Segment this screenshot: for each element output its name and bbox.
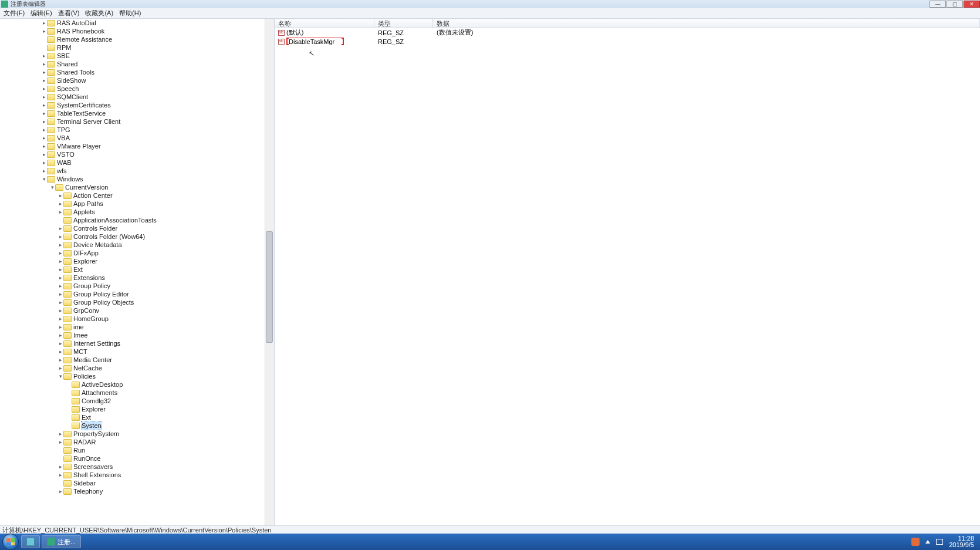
expand-arrow-icon[interactable]: ▸ bbox=[41, 117, 47, 126]
registry-value-row[interactable]: REG_SZ bbox=[275, 37, 980, 46]
expand-arrow-icon[interactable]: ▸ bbox=[41, 158, 47, 167]
column-type[interactable]: 类型 bbox=[374, 19, 433, 28]
expand-arrow-icon[interactable]: ▸ bbox=[58, 241, 63, 249]
tree-item[interactable]: ▸PropertySystem bbox=[0, 430, 274, 438]
column-name[interactable]: 名称 bbox=[275, 19, 374, 28]
expand-arrow-icon[interactable]: ▸ bbox=[58, 430, 63, 438]
tree-item[interactable]: ▸Device Metadata bbox=[0, 241, 274, 249]
registry-value-row[interactable]: (默认)REG_SZ(数值未设置) bbox=[275, 28, 980, 37]
tree-item[interactable]: ▸MCT bbox=[0, 347, 274, 356]
tray-expand-icon[interactable] bbox=[925, 540, 930, 544]
tree-item[interactable]: ▸Controls Folder (Wow64) bbox=[0, 232, 274, 241]
tree-item[interactable]: ▸WAB bbox=[0, 158, 274, 167]
tree-item[interactable]: ▸Comdlg32 bbox=[0, 397, 274, 405]
expand-arrow-icon[interactable]: ▸ bbox=[58, 290, 63, 298]
tree-item[interactable]: ▾Policies bbox=[0, 372, 274, 380]
tree-item[interactable]: ▸Explorer bbox=[0, 405, 274, 413]
expand-arrow-icon[interactable]: ▸ bbox=[58, 208, 63, 216]
tree-item[interactable]: ▸ime bbox=[0, 323, 274, 331]
expand-arrow-icon[interactable]: ▸ bbox=[41, 19, 47, 27]
tree-item[interactable]: ▸SideShow bbox=[0, 76, 274, 85]
expand-arrow-icon[interactable]: ▸ bbox=[58, 347, 63, 356]
expand-arrow-icon[interactable]: ▸ bbox=[58, 282, 63, 290]
tree-item[interactable]: ▸Media Center bbox=[0, 356, 274, 364]
close-button[interactable]: ✕ bbox=[964, 1, 980, 8]
tree-pane[interactable]: ▸RAS AutoDial▸RAS Phonebook▸Remote Assis… bbox=[0, 19, 275, 525]
expand-arrow-icon[interactable]: ▸ bbox=[41, 126, 47, 134]
expand-arrow-icon[interactable]: ▸ bbox=[41, 60, 47, 68]
action-center-icon[interactable] bbox=[936, 539, 943, 545]
list-pane[interactable]: 名称 类型 数据 (默认)REG_SZ(数值未设置)REG_SZ ↖ bbox=[275, 19, 980, 525]
maximize-button[interactable]: ▢ bbox=[947, 1, 963, 8]
expand-arrow-icon[interactable]: ▸ bbox=[58, 315, 63, 323]
expand-arrow-icon[interactable]: ▸ bbox=[41, 68, 47, 76]
menu-file[interactable]: 文件(F) bbox=[4, 9, 25, 18]
tree-item[interactable]: ▸Screensavers bbox=[0, 463, 274, 471]
tree-item[interactable]: ▸Group Policy Editor bbox=[0, 290, 274, 298]
expand-arrow-icon[interactable]: ▸ bbox=[58, 487, 63, 495]
tree-item[interactable]: ▸Extensions bbox=[0, 274, 274, 282]
tree-item[interactable]: ▸HomeGroup bbox=[0, 315, 274, 323]
tree-item[interactable]: ▸GrpConv bbox=[0, 306, 274, 315]
expand-arrow-icon[interactable]: ▸ bbox=[41, 85, 47, 93]
tree-item[interactable]: ▾Windows bbox=[0, 175, 274, 183]
expand-arrow-icon[interactable]: ▸ bbox=[58, 298, 63, 306]
expand-arrow-icon[interactable]: ▸ bbox=[58, 191, 63, 200]
taskbar-item-explorer[interactable] bbox=[21, 535, 40, 548]
tree-item[interactable]: ▸Sidebar bbox=[0, 479, 274, 487]
expand-arrow-icon[interactable]: ▸ bbox=[41, 27, 47, 35]
value-name-edit-box[interactable] bbox=[286, 38, 344, 45]
tree-item[interactable]: ▸RPM bbox=[0, 43, 274, 52]
start-button[interactable] bbox=[2, 534, 19, 550]
tree-item[interactable]: ▸Imee bbox=[0, 331, 274, 339]
expand-arrow-icon[interactable]: ▸ bbox=[41, 142, 47, 150]
tree-item[interactable]: ▸DIFxApp bbox=[0, 249, 274, 257]
expand-arrow-icon[interactable]: ▸ bbox=[58, 200, 63, 208]
expand-arrow-icon[interactable]: ▸ bbox=[58, 265, 63, 274]
tree-item[interactable]: ▸Speech bbox=[0, 85, 274, 93]
expand-arrow-icon[interactable]: ▸ bbox=[58, 471, 63, 479]
tree-item[interactable]: ▸SQMClient bbox=[0, 93, 274, 101]
expand-arrow-icon[interactable]: ▸ bbox=[41, 150, 47, 158]
tree-item[interactable]: ▸RAS Phonebook bbox=[0, 27, 274, 35]
expand-arrow-icon[interactable]: ▸ bbox=[41, 101, 47, 109]
expand-arrow-icon[interactable]: ▸ bbox=[41, 93, 47, 101]
tree-item[interactable]: ▸TPG bbox=[0, 126, 274, 134]
expand-arrow-icon[interactable]: ▸ bbox=[41, 167, 47, 175]
expand-arrow-icon[interactable]: ▸ bbox=[58, 438, 63, 446]
expand-arrow-icon[interactable]: ▸ bbox=[41, 134, 47, 142]
tree-item[interactable]: ▸SBE bbox=[0, 52, 274, 60]
tree-item[interactable]: ▸Explorer bbox=[0, 257, 274, 265]
tree-item[interactable]: ▸Remote Assistance bbox=[0, 35, 274, 43]
expand-arrow-icon[interactable]: ▸ bbox=[58, 463, 63, 471]
expand-arrow-icon[interactable]: ▸ bbox=[41, 52, 47, 60]
tree-item[interactable]: ▸VSTO bbox=[0, 150, 274, 158]
tree-item[interactable]: ▸Run bbox=[0, 446, 274, 454]
tree-item[interactable]: ▸Telephony bbox=[0, 487, 274, 495]
expand-arrow-icon[interactable]: ▾ bbox=[49, 183, 55, 191]
tree-item[interactable]: ▸VMware Player bbox=[0, 142, 274, 150]
tree-item[interactable]: ▸Internet Settings bbox=[0, 339, 274, 347]
expand-arrow-icon[interactable]: ▸ bbox=[58, 257, 63, 265]
expand-arrow-icon[interactable]: ▸ bbox=[58, 224, 63, 232]
expand-arrow-icon[interactable]: ▸ bbox=[58, 364, 63, 372]
menu-edit[interactable]: 编辑(E) bbox=[31, 9, 52, 18]
tree-item[interactable]: ▸Ext bbox=[0, 265, 274, 274]
expand-arrow-icon[interactable]: ▾ bbox=[58, 372, 63, 380]
tree-item[interactable]: ▸App Paths bbox=[0, 200, 274, 208]
tree-item[interactable]: ▸ApplicationAssociationToasts bbox=[0, 216, 274, 224]
ime-icon[interactable] bbox=[911, 538, 920, 546]
tree-item[interactable]: ▸Applets bbox=[0, 208, 274, 216]
expand-arrow-icon[interactable]: ▸ bbox=[58, 356, 63, 364]
tree-item[interactable]: ▸RAS AutoDial bbox=[0, 19, 274, 27]
expand-arrow-icon[interactable]: ▾ bbox=[41, 175, 47, 183]
expand-arrow-icon[interactable]: ▸ bbox=[58, 323, 63, 331]
tree-item[interactable]: ▸Attachments bbox=[0, 389, 274, 397]
tree-item[interactable]: ▸Shared bbox=[0, 60, 274, 68]
tree-item[interactable]: ▸Shell Extensions bbox=[0, 471, 274, 479]
tree-item[interactable]: ▸Group Policy Objects bbox=[0, 298, 274, 306]
expand-arrow-icon[interactable]: ▸ bbox=[41, 109, 47, 117]
tree-item[interactable]: ▸Terminal Server Client bbox=[0, 117, 274, 126]
tree-item[interactable]: ▸RADAR bbox=[0, 438, 274, 446]
expand-arrow-icon[interactable]: ▸ bbox=[58, 339, 63, 347]
